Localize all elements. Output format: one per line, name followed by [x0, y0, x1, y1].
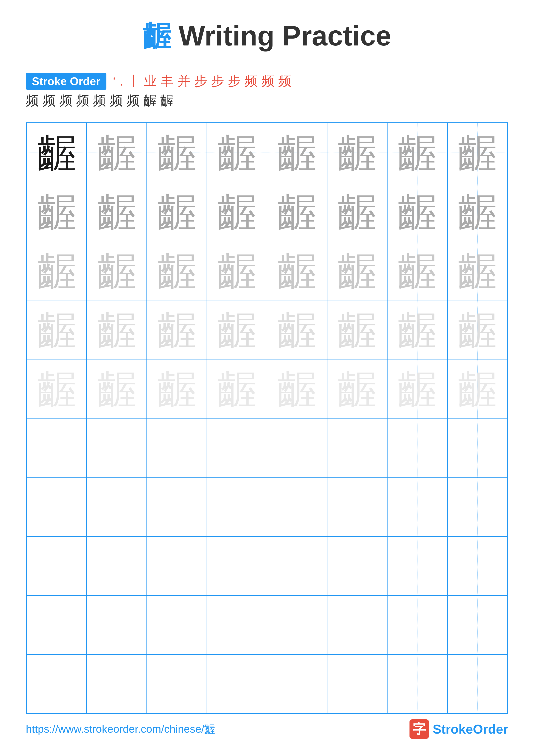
grid-cell-7-5[interactable] [267, 477, 327, 536]
grid-cell-6-4[interactable] [207, 418, 267, 477]
grid-cell-10-4[interactable] [207, 655, 267, 714]
grid-cell-4-1[interactable]: 齷 [27, 300, 87, 359]
grid-cell-1-5[interactable]: 齷 [267, 123, 327, 182]
grid-cell-8-5[interactable] [267, 536, 327, 595]
grid-cell-6-3[interactable] [147, 418, 207, 477]
grid-cell-6-1[interactable] [27, 418, 87, 477]
practice-char-light3: 齷 [158, 308, 196, 351]
grid-cell-2-3[interactable]: 齷 [147, 182, 207, 241]
grid-cell-8-7[interactable] [387, 536, 447, 595]
grid-cell-1-8[interactable]: 齷 [447, 123, 507, 182]
grid-cell-2-7[interactable]: 齷 [387, 182, 447, 241]
practice-char-light2: 齷 [278, 249, 317, 292]
grid-cell-4-6[interactable]: 齷 [327, 300, 387, 359]
grid-cell-3-3[interactable]: 齷 [147, 241, 207, 300]
grid-cell-9-3[interactable] [147, 595, 207, 655]
grid-cell-5-7[interactable]: 齷 [387, 359, 447, 418]
grid-cell-5-6[interactable]: 齷 [327, 359, 387, 418]
grid-cell-6-2[interactable] [87, 418, 147, 477]
grid-cell-2-2[interactable]: 齷 [87, 182, 147, 241]
grid-cell-10-2[interactable] [87, 655, 147, 714]
practice-char-light2: 齷 [398, 249, 437, 292]
grid-cell-3-2[interactable]: 齷 [87, 241, 147, 300]
grid-cell-10-8[interactable] [447, 655, 507, 714]
grid-cell-2-8[interactable]: 齷 [447, 182, 507, 241]
practice-char-light4: 齷 [37, 367, 76, 410]
grid-cell-7-8[interactable] [447, 477, 507, 536]
grid-cell-7-6[interactable] [327, 477, 387, 536]
grid-cell-4-2[interactable]: 齷 [87, 300, 147, 359]
practice-char-light3: 齷 [458, 308, 497, 351]
footer-logo-char: 字 [413, 720, 426, 738]
grid-row-3: 齷 齷 齷 齷 齷 齷 齷 [27, 241, 507, 300]
grid-cell-1-7[interactable]: 齷 [387, 123, 447, 182]
grid-cell-4-8[interactable]: 齷 [447, 300, 507, 359]
grid-cell-6-7[interactable] [387, 418, 447, 477]
grid-cell-10-7[interactable] [387, 655, 447, 714]
grid-cell-8-4[interactable] [207, 536, 267, 595]
stroke-10: 频 [245, 72, 258, 90]
grid-cell-8-3[interactable] [147, 536, 207, 595]
grid-cell-3-8[interactable]: 齷 [447, 241, 507, 300]
stroke-4: 业 [144, 72, 157, 90]
stroke-14: 频 [43, 92, 56, 109]
footer-url[interactable]: https://www.strokeorder.com/chinese/齷 [26, 722, 215, 736]
grid-cell-7-7[interactable] [387, 477, 447, 536]
grid-cell-1-3[interactable]: 齷 [147, 123, 207, 182]
grid-cell-4-4[interactable]: 齷 [207, 300, 267, 359]
stroke-12: 频 [278, 72, 291, 90]
grid-cell-2-4[interactable]: 齷 [207, 182, 267, 241]
grid-cell-2-6[interactable]: 齷 [327, 182, 387, 241]
grid-cell-1-4[interactable]: 齷 [207, 123, 267, 182]
grid-cell-5-1[interactable]: 齷 [27, 359, 87, 418]
grid-row-9 [27, 595, 507, 655]
grid-cell-9-7[interactable] [387, 595, 447, 655]
grid-cell-5-3[interactable]: 齷 [147, 359, 207, 418]
grid-cell-8-1[interactable] [27, 536, 87, 595]
grid-cell-8-8[interactable] [447, 536, 507, 595]
grid-cell-10-1[interactable] [27, 655, 87, 714]
grid-cell-5-4[interactable]: 齷 [207, 359, 267, 418]
grid-cell-10-5[interactable] [267, 655, 327, 714]
grid-cell-1-2[interactable]: 齷 [87, 123, 147, 182]
grid-cell-3-1[interactable]: 齷 [27, 241, 87, 300]
practice-char-light1: 齷 [158, 190, 196, 233]
stroke-11: 频 [262, 72, 274, 90]
grid-cell-9-6[interactable] [327, 595, 387, 655]
grid-cell-7-1[interactable] [27, 477, 87, 536]
grid-cell-10-6[interactable] [327, 655, 387, 714]
grid-cell-8-6[interactable] [327, 536, 387, 595]
stroke-3: 丨 [127, 72, 140, 90]
grid-cell-5-5[interactable]: 齷 [267, 359, 327, 418]
grid-cell-6-8[interactable] [447, 418, 507, 477]
grid-cell-5-8[interactable]: 齷 [447, 359, 507, 418]
grid-cell-6-5[interactable] [267, 418, 327, 477]
practice-grid: 齷 齷 齷 齷 齷 齷 齷 [26, 122, 508, 714]
grid-cell-7-4[interactable] [207, 477, 267, 536]
grid-cell-6-6[interactable] [327, 418, 387, 477]
grid-cell-10-3[interactable] [147, 655, 207, 714]
grid-cell-8-2[interactable] [87, 536, 147, 595]
grid-cell-1-6[interactable]: 齷 [327, 123, 387, 182]
grid-cell-9-8[interactable] [447, 595, 507, 655]
grid-cell-1-1[interactable]: 齷 [27, 123, 87, 182]
grid-cell-9-1[interactable] [27, 595, 87, 655]
grid-cell-2-1[interactable]: 齷 [27, 182, 87, 241]
grid-cell-4-5[interactable]: 齷 [267, 300, 327, 359]
grid-cell-3-4[interactable]: 齷 [207, 241, 267, 300]
grid-cell-5-2[interactable]: 齷 [87, 359, 147, 418]
grid-cell-9-4[interactable] [207, 595, 267, 655]
grid-cell-4-7[interactable]: 齷 [387, 300, 447, 359]
grid-cell-3-6[interactable]: 齷 [327, 241, 387, 300]
grid-cell-9-2[interactable] [87, 595, 147, 655]
grid-cell-2-5[interactable]: 齷 [267, 182, 327, 241]
practice-char-light3: 齷 [338, 308, 376, 351]
grid-cell-7-3[interactable] [147, 477, 207, 536]
grid-cell-4-3[interactable]: 齷 [147, 300, 207, 359]
grid-cell-3-7[interactable]: 齷 [387, 241, 447, 300]
footer-logo-text-order: Order [473, 722, 508, 736]
grid-cell-7-2[interactable] [87, 477, 147, 536]
grid-cell-3-5[interactable]: 齷 [267, 241, 327, 300]
grid-cell-9-5[interactable] [267, 595, 327, 655]
practice-char-light1: 齷 [398, 190, 437, 233]
